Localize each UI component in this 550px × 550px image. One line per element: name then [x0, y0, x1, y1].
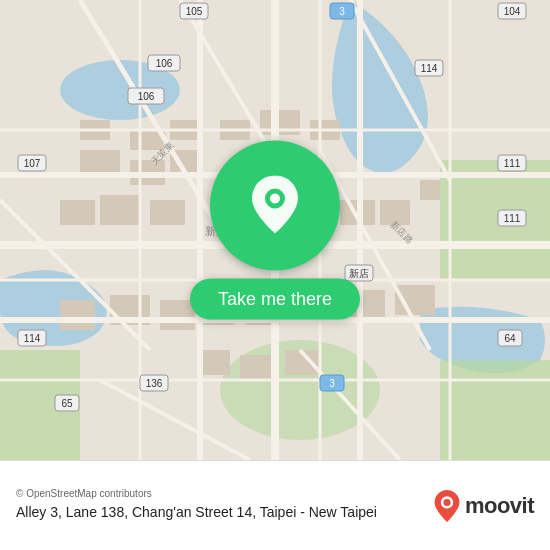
map-pin-circle — [210, 141, 340, 271]
svg-text:3: 3 — [339, 6, 345, 17]
location-pin-icon — [250, 176, 300, 236]
svg-point-84 — [270, 194, 280, 204]
svg-text:64: 64 — [504, 333, 516, 344]
svg-text:114: 114 — [421, 63, 438, 74]
svg-text:111: 111 — [504, 213, 521, 224]
svg-rect-28 — [200, 350, 230, 375]
svg-rect-13 — [100, 195, 140, 225]
svg-text:104: 104 — [504, 6, 521, 17]
svg-rect-14 — [150, 200, 185, 225]
svg-text:105: 105 — [186, 6, 203, 17]
address-section: © OpenStreetMap contributors Alley 3, La… — [16, 488, 433, 523]
svg-text:3: 3 — [329, 378, 335, 389]
svg-rect-3 — [440, 360, 550, 460]
copyright-text: © OpenStreetMap contributors — [16, 488, 433, 499]
navigation-overlay: Take me there — [190, 141, 360, 320]
svg-text:106: 106 — [138, 91, 155, 102]
svg-text:107: 107 — [24, 158, 41, 169]
take-me-there-button[interactable]: Take me there — [190, 279, 360, 320]
info-bar: © OpenStreetMap contributors Alley 3, La… — [0, 460, 550, 550]
svg-rect-21 — [60, 300, 95, 330]
svg-rect-12 — [60, 200, 95, 225]
moovit-logo: moovit — [433, 490, 534, 522]
svg-point-86 — [443, 498, 450, 505]
svg-text:106: 106 — [156, 58, 173, 69]
svg-text:65: 65 — [61, 398, 73, 409]
map-view: 105 106 106 3 104 114 111 107 111 114 65… — [0, 0, 550, 460]
svg-text:136: 136 — [146, 378, 163, 389]
moovit-brand-text: moovit — [465, 493, 534, 519]
svg-rect-20 — [420, 180, 440, 200]
address-text: Alley 3, Lane 138, Chang'an Street 14, T… — [16, 503, 433, 523]
svg-rect-7 — [80, 150, 120, 175]
svg-text:111: 111 — [504, 158, 521, 169]
svg-rect-29 — [240, 355, 275, 380]
moovit-pin-icon — [433, 490, 461, 522]
svg-text:114: 114 — [24, 333, 41, 344]
